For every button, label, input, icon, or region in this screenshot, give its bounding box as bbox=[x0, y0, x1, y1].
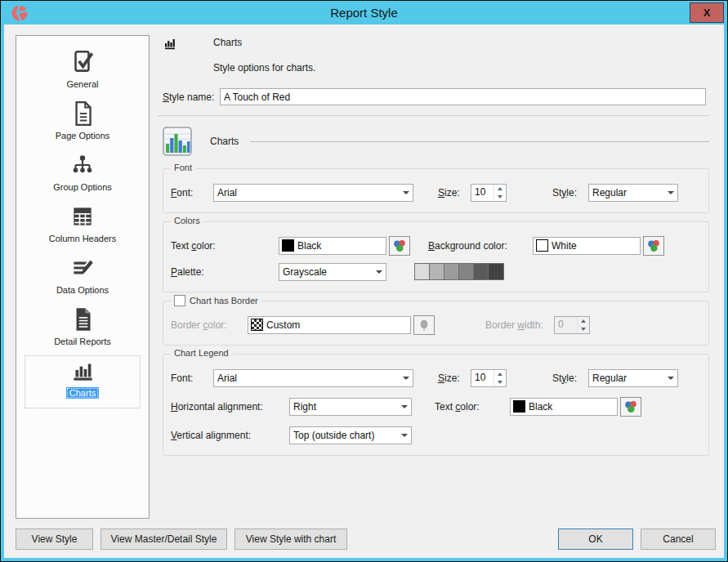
bar-chart-icon bbox=[68, 356, 97, 386]
legend-text-color-label: Text color: bbox=[435, 401, 510, 413]
font-combo[interactable]: Arial bbox=[213, 184, 413, 202]
legend-size-label: Size: bbox=[438, 372, 471, 384]
sidebar-item-page-options[interactable]: Page Options bbox=[25, 99, 140, 150]
org-tree-icon bbox=[68, 150, 97, 180]
style-name-label: Style name: bbox=[163, 91, 220, 103]
chevron-down-icon bbox=[372, 264, 386, 280]
app-logo-icon bbox=[11, 4, 29, 22]
spin-up-icon[interactable] bbox=[494, 370, 506, 378]
gray-balloon-icon bbox=[417, 318, 431, 332]
legend-style-value: Regular bbox=[589, 372, 663, 384]
dialog-body: General Page Options bbox=[4, 25, 724, 558]
charts-section-header: Charts bbox=[163, 124, 711, 158]
legend-font-label: Font: bbox=[168, 372, 213, 384]
font-group-legend: Font bbox=[171, 163, 195, 172]
separator-line bbox=[158, 115, 709, 116]
sidebar-item-data-options[interactable]: Data Options bbox=[25, 253, 140, 305]
cancel-button[interactable]: Cancel bbox=[641, 529, 716, 550]
font-combo-value: Arial bbox=[214, 187, 399, 198]
page-description: Style options for charts. bbox=[213, 62, 315, 74]
legend-font-combo[interactable]: Arial bbox=[213, 369, 413, 387]
sidebar-item-column-headers[interactable]: Column Headers bbox=[25, 202, 140, 253]
page-title: Charts bbox=[213, 37, 315, 48]
section-rule bbox=[250, 141, 709, 142]
category-sidebar: General Page Options bbox=[16, 35, 150, 519]
vertical-alignment-label: Vertical alignment: bbox=[168, 430, 289, 441]
border-group-legend: Chart has Border bbox=[171, 295, 261, 306]
palette-swatch bbox=[415, 264, 430, 279]
table-grid-icon bbox=[68, 202, 97, 231]
horizontal-alignment-combo[interactable]: Right bbox=[289, 398, 412, 416]
border-width-label: Border width: bbox=[485, 319, 554, 331]
sidebar-item-detail-reports[interactable]: Detail Reports bbox=[25, 305, 140, 356]
sidebar-item-label: General bbox=[63, 78, 101, 90]
style-combo[interactable]: Regular bbox=[588, 184, 678, 202]
background-color-picker-button[interactable] bbox=[643, 236, 664, 256]
page-header: Charts Style options for charts. bbox=[156, 33, 711, 74]
size-spinner[interactable]: 10 bbox=[471, 184, 507, 202]
legend-text-color-combo[interactable]: Black bbox=[510, 398, 618, 416]
chart-has-border-checkbox[interactable] bbox=[174, 295, 185, 306]
report-style-dialog: Report Style X General bbox=[0, 0, 728, 562]
text-color-value: Black bbox=[294, 240, 386, 252]
palette-combo[interactable]: Grayscale bbox=[279, 263, 386, 281]
border-width-spinner: 0 bbox=[554, 316, 590, 334]
style-name-input[interactable] bbox=[220, 88, 706, 105]
spin-up-icon[interactable] bbox=[494, 185, 506, 193]
chart-has-border-label: Chart has Border bbox=[190, 296, 258, 306]
sidebar-item-label: Group Options bbox=[50, 181, 115, 193]
legend-text-color-picker-button[interactable] bbox=[620, 397, 641, 417]
sidebar-item-label: Data Options bbox=[53, 284, 112, 296]
page-lines-icon bbox=[68, 99, 97, 128]
border-color-combo: Custom bbox=[248, 316, 411, 334]
sidebar-item-label: Charts bbox=[66, 387, 99, 399]
view-style-button[interactable]: View Style bbox=[16, 529, 93, 550]
footer-button-bar: View Style View Master/Detail Style View… bbox=[4, 525, 724, 558]
border-width-value: 0 bbox=[555, 317, 577, 333]
text-color-label: Text color: bbox=[168, 240, 279, 252]
font-groupbox: Font Font: Arial Size: 10 Style: Regular bbox=[163, 168, 709, 213]
color-balloons-icon bbox=[646, 239, 661, 253]
background-color-combo[interactable]: White bbox=[533, 237, 641, 255]
legend-text-color-value: Black bbox=[525, 401, 617, 413]
legend-text-color-swatch bbox=[513, 400, 525, 413]
close-button[interactable]: X bbox=[690, 2, 724, 23]
spin-down-icon[interactable] bbox=[494, 378, 506, 386]
ok-button[interactable]: OK bbox=[558, 529, 633, 550]
chevron-down-icon bbox=[399, 185, 413, 201]
sidebar-item-group-options[interactable]: Group Options bbox=[25, 150, 140, 202]
spin-down-icon[interactable] bbox=[494, 193, 506, 201]
text-color-picker-button[interactable] bbox=[389, 236, 410, 256]
sidebar-item-general[interactable]: General bbox=[25, 47, 140, 99]
palette-swatch bbox=[430, 264, 444, 279]
view-master-detail-style-button[interactable]: View Master/Detail Style bbox=[100, 529, 227, 550]
legend-size-value: 10 bbox=[471, 370, 494, 386]
horizontal-alignment-value: Right bbox=[290, 401, 397, 413]
sidebar-item-label: Page Options bbox=[52, 130, 114, 141]
palette-label: Palette: bbox=[168, 266, 279, 278]
legend-size-spinner[interactable]: 10 bbox=[471, 369, 507, 387]
title-bar: Report Style X bbox=[4, 1, 724, 25]
text-color-combo[interactable]: Black bbox=[279, 237, 386, 255]
palette-swatch bbox=[489, 264, 503, 279]
colors-group-legend: Colors bbox=[171, 216, 203, 225]
border-color-swatch bbox=[251, 319, 263, 331]
background-color-swatch bbox=[536, 239, 548, 252]
palette-swatch bbox=[474, 264, 489, 279]
list-pencil-icon bbox=[68, 253, 97, 283]
palette-value: Grayscale bbox=[279, 266, 372, 278]
palette-preview bbox=[414, 263, 504, 280]
sidebar-item-charts[interactable]: Charts bbox=[25, 356, 140, 408]
vertical-alignment-combo[interactable]: Top (outside chart) bbox=[289, 426, 412, 444]
chevron-down-icon bbox=[397, 427, 411, 444]
color-chart-icon bbox=[163, 127, 192, 156]
color-balloons-icon bbox=[392, 239, 407, 253]
legend-style-combo[interactable]: Regular bbox=[588, 369, 678, 387]
colors-groupbox: Colors Text color: Black Backgr bbox=[163, 221, 709, 292]
legend-style-label: Style: bbox=[552, 372, 588, 384]
border-color-picker-button-disabled bbox=[413, 315, 435, 335]
main-panel: Charts Style options for charts. Style n… bbox=[150, 25, 724, 558]
view-style-with-chart-button[interactable]: View Style with chart bbox=[234, 529, 347, 550]
vertical-alignment-value: Top (outside chart) bbox=[290, 430, 397, 441]
border-color-value: Custom bbox=[263, 319, 410, 331]
